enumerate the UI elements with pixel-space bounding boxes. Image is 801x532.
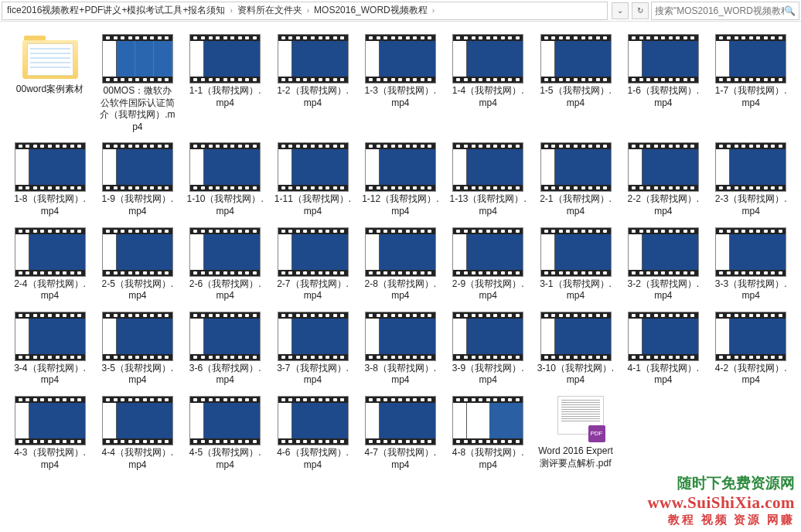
video-file-item[interactable]: 1-12（我帮找网）.mp4 bbox=[356, 139, 444, 220]
file-name-label: 3-6（我帮找网）.mp4 bbox=[186, 363, 264, 387]
video-file-item[interactable]: 4-7（我帮找网）.mp4 bbox=[356, 393, 444, 474]
breadcrumb[interactable]: fice2016视频教程+PDF讲义+模拟考试工具+报名须知 › 资料所在文件夹… bbox=[2, 2, 608, 20]
video-file-item[interactable]: 3-8（我帮找网）.mp4 bbox=[356, 309, 444, 390]
video-thumbnail bbox=[189, 142, 261, 192]
breadcrumb-item[interactable]: MOS2016_WORD视频教程 bbox=[312, 4, 429, 17]
file-name-label: 4-4（我帮找网）.mp4 bbox=[99, 447, 176, 471]
video-thumbnail bbox=[452, 227, 523, 277]
video-file-item[interactable]: 1-9（我帮找网）.mp4 bbox=[94, 139, 181, 220]
video-file-item[interactable]: 3-4（我帮找网）.mp4 bbox=[6, 309, 94, 390]
chevron-right-icon[interactable]: › bbox=[429, 6, 438, 15]
file-name-label: 1-1（我帮找网）.mp4 bbox=[186, 85, 264, 109]
video-file-item[interactable]: 2-7（我帮找网）.mp4 bbox=[269, 224, 356, 305]
search-input[interactable] bbox=[655, 5, 784, 16]
video-thumbnail bbox=[452, 396, 523, 445]
video-thumbnail bbox=[189, 312, 261, 361]
video-thumbnail bbox=[628, 34, 699, 84]
file-name-label: 4-2（我帮找网）.mp4 bbox=[712, 363, 789, 387]
video-file-item[interactable]: 2-5（我帮找网）.mp4 bbox=[94, 224, 181, 305]
file-name-label: 1-11（我帮找网）.mp4 bbox=[274, 193, 352, 217]
video-file-item[interactable]: 1-5（我帮找网）.mp4 bbox=[532, 31, 619, 136]
video-thumbnail bbox=[628, 312, 699, 361]
refresh-button[interactable]: ↻ bbox=[632, 2, 649, 19]
video-thumbnail bbox=[102, 34, 173, 84]
video-thumbnail bbox=[452, 312, 523, 361]
video-file-item[interactable]: 3-1（我帮找网）.mp4 bbox=[532, 224, 619, 305]
video-file-item[interactable]: 2-3（我帮找网）.mp4 bbox=[707, 139, 795, 220]
video-thumbnail bbox=[715, 312, 786, 361]
video-file-item[interactable]: 3-5（我帮找网）.mp4 bbox=[94, 309, 181, 390]
breadcrumb-item[interactable]: fice2016视频教程+PDF讲义+模拟考试工具+报名须知 bbox=[5, 4, 227, 17]
file-name-label: 4-6（我帮找网）.mp4 bbox=[274, 447, 352, 471]
file-name-label: 3-3（我帮找网）.mp4 bbox=[712, 278, 789, 302]
breadcrumb-item[interactable]: 资料所在文件夹 bbox=[236, 4, 304, 17]
video-file-item[interactable]: 2-8（我帮找网）.mp4 bbox=[356, 224, 444, 305]
chevron-right-icon[interactable]: › bbox=[304, 6, 312, 15]
video-file-item[interactable]: 4-2（我帮找网）.mp4 bbox=[707, 309, 795, 390]
file-grid-area[interactable]: 00word案例素材00MOS：微软办公软件国际认证简介（我帮找网）.mp41-… bbox=[0, 22, 801, 532]
video-file-item[interactable]: 2-1（我帮找网）.mp4 bbox=[532, 139, 619, 220]
file-name-label: 1-4（我帮找网）.mp4 bbox=[449, 85, 527, 109]
video-thumbnail bbox=[278, 312, 349, 361]
file-name-label: 3-8（我帮找网）.mp4 bbox=[362, 363, 439, 387]
file-name-label: 3-7（我帮找网）.mp4 bbox=[274, 363, 352, 387]
video-thumbnail bbox=[540, 312, 612, 361]
file-name-label: 00word案例素材 bbox=[16, 84, 84, 96]
video-file-item[interactable]: 1-8（我帮找网）.mp4 bbox=[6, 139, 94, 220]
video-file-item[interactable]: 3-2（我帮找网）.mp4 bbox=[619, 224, 707, 305]
video-thumbnail bbox=[102, 142, 173, 192]
file-name-label: Word 2016 Expert测评要点解析.pdf bbox=[537, 445, 615, 469]
video-file-item[interactable]: 2-2（我帮找网）.mp4 bbox=[619, 139, 707, 220]
search-box[interactable]: 🔍 bbox=[651, 2, 799, 20]
video-file-item[interactable]: 1-3（我帮找网）.mp4 bbox=[356, 31, 444, 136]
video-file-item[interactable]: 3-9（我帮找网）.mp4 bbox=[445, 309, 532, 390]
chevron-down-icon: ⌄ bbox=[617, 6, 623, 15]
file-name-label: 4-7（我帮找网）.mp4 bbox=[362, 447, 439, 471]
history-dropdown-button[interactable]: ⌄ bbox=[612, 2, 629, 19]
file-name-label: 2-1（我帮找网）.mp4 bbox=[537, 193, 615, 217]
video-file-item[interactable]: 3-3（我帮找网）.mp4 bbox=[707, 224, 795, 305]
file-name-label: 3-1（我帮找网）.mp4 bbox=[537, 278, 615, 302]
folder-item[interactable]: 00word案例素材 bbox=[6, 31, 94, 136]
video-thumbnail bbox=[189, 396, 261, 445]
file-name-label: 1-5（我帮找网）.mp4 bbox=[537, 85, 615, 109]
video-thumbnail bbox=[365, 396, 436, 445]
video-file-item[interactable]: 1-11（我帮找网）.mp4 bbox=[269, 139, 356, 220]
pdf-file-item[interactable]: PDFWord 2016 Expert测评要点解析.pdf bbox=[532, 393, 619, 474]
video-thumbnail bbox=[278, 396, 349, 445]
video-file-item[interactable]: 2-6（我帮找网）.mp4 bbox=[182, 224, 269, 305]
pdf-thumbnail: PDF bbox=[548, 396, 604, 444]
file-name-label: 4-3（我帮找网）.mp4 bbox=[12, 447, 89, 471]
video-file-item[interactable]: 00MOS：微软办公软件国际认证简介（我帮找网）.mp4 bbox=[94, 31, 181, 136]
video-file-item[interactable]: 2-4（我帮找网）.mp4 bbox=[6, 224, 94, 305]
video-file-item[interactable]: 1-6（我帮找网）.mp4 bbox=[619, 31, 707, 136]
file-name-label: 1-10（我帮找网）.mp4 bbox=[186, 193, 264, 217]
video-file-item[interactable]: 4-8（我帮找网）.mp4 bbox=[445, 393, 532, 474]
file-name-label: 3-4（我帮找网）.mp4 bbox=[12, 363, 89, 387]
file-name-label: 1-12（我帮找网）.mp4 bbox=[362, 193, 439, 217]
file-name-label: 1-9（我帮找网）.mp4 bbox=[99, 193, 176, 217]
video-thumbnail bbox=[15, 227, 86, 277]
video-file-item[interactable]: 3-6（我帮找网）.mp4 bbox=[182, 309, 269, 390]
video-file-item[interactable]: 4-1（我帮找网）.mp4 bbox=[619, 309, 707, 390]
video-file-item[interactable]: 4-3（我帮找网）.mp4 bbox=[6, 393, 94, 474]
video-file-item[interactable]: 1-4（我帮找网）.mp4 bbox=[445, 31, 532, 136]
video-file-item[interactable]: 1-2（我帮找网）.mp4 bbox=[269, 31, 356, 136]
video-file-item[interactable]: 1-7（我帮找网）.mp4 bbox=[707, 31, 795, 136]
file-name-label: 2-4（我帮找网）.mp4 bbox=[12, 278, 89, 302]
video-file-item[interactable]: 2-9（我帮找网）.mp4 bbox=[445, 224, 532, 305]
video-file-item[interactable]: 1-1（我帮找网）.mp4 bbox=[182, 31, 269, 136]
file-name-label: 4-1（我帮找网）.mp4 bbox=[625, 363, 702, 387]
video-file-item[interactable]: 3-7（我帮找网）.mp4 bbox=[269, 309, 356, 390]
video-thumbnail bbox=[452, 142, 523, 192]
video-thumbnail bbox=[628, 227, 699, 277]
video-file-item[interactable]: 1-13（我帮找网）.mp4 bbox=[445, 139, 532, 220]
video-file-item[interactable]: 3-10（我帮找网）.mp4 bbox=[532, 309, 619, 390]
file-name-label: 2-8（我帮找网）.mp4 bbox=[362, 278, 439, 302]
search-icon[interactable]: 🔍 bbox=[784, 5, 796, 16]
video-file-item[interactable]: 4-4（我帮找网）.mp4 bbox=[94, 393, 181, 474]
video-file-item[interactable]: 1-10（我帮找网）.mp4 bbox=[182, 139, 269, 220]
chevron-right-icon[interactable]: › bbox=[227, 6, 235, 15]
video-file-item[interactable]: 4-6（我帮找网）.mp4 bbox=[269, 393, 356, 474]
video-file-item[interactable]: 4-5（我帮找网）.mp4 bbox=[182, 393, 269, 474]
